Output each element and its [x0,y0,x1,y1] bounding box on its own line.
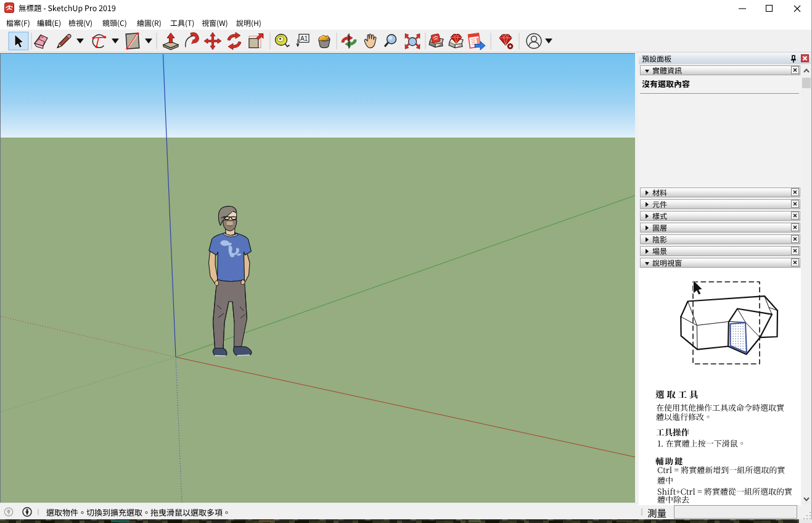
svg-text:A1: A1 [300,35,308,42]
